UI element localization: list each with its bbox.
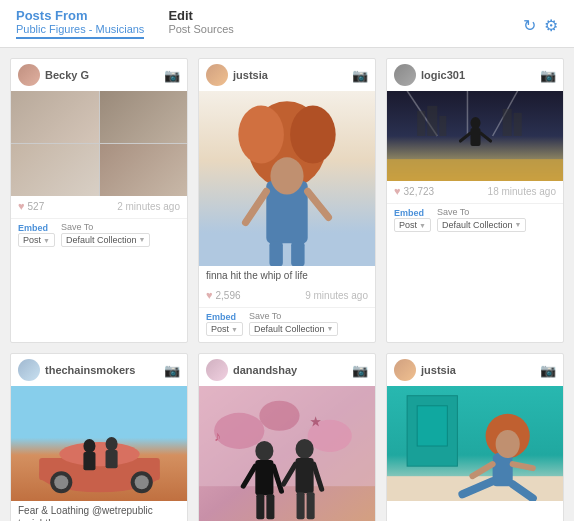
post-card: justsia 📷 <box>198 58 376 343</box>
save-label: Save To <box>61 223 150 233</box>
avatar <box>206 64 228 86</box>
heart-icon: ♥ <box>206 289 213 301</box>
username: danandshay <box>233 364 297 376</box>
avatar <box>394 64 416 86</box>
embed-group: Embed Post ▼ <box>394 208 431 232</box>
svg-rect-44 <box>255 460 273 495</box>
image-cell <box>100 91 188 143</box>
embed-button[interactable]: Embed <box>206 312 241 322</box>
svg-rect-48 <box>266 494 274 519</box>
post-image <box>387 91 563 181</box>
dropdown-arrow: ▼ <box>43 237 50 244</box>
post-card: danandshay 📷 ♪ <box>198 353 376 521</box>
avatar <box>18 64 40 86</box>
like-count: ♥ 527 <box>18 200 44 212</box>
dropdown-arrow: ▼ <box>231 326 238 333</box>
dropdown-arrow: ▼ <box>515 221 522 228</box>
post-actions: Embed Post ▼ Save To Default Collection … <box>199 307 375 342</box>
svg-rect-53 <box>297 492 305 519</box>
post-caption: Fear & Loathing @wetrepublic tonight! <box>11 501 187 521</box>
svg-point-39 <box>259 401 299 431</box>
svg-rect-8 <box>269 241 282 266</box>
embed-group: Embed Post ▼ <box>18 223 55 247</box>
dropdown-arrow: ▼ <box>419 222 426 229</box>
post-card: logic301 📷 <box>386 58 564 343</box>
embed-button[interactable]: Embed <box>394 208 429 218</box>
embed-dropdown[interactable]: Post ▼ <box>394 218 431 232</box>
post-image <box>11 386 187 501</box>
svg-point-43 <box>255 441 273 461</box>
svg-point-38 <box>214 413 264 449</box>
instagram-icon: 📷 <box>164 363 180 378</box>
post-image <box>387 386 563 501</box>
like-count: ♥ 2,596 <box>206 289 241 301</box>
posts-grid: Becky G 📷 ♥ 527 2 minutes ago Embed Post… <box>0 48 574 521</box>
post-author: danandshay <box>206 359 297 381</box>
svg-rect-22 <box>503 109 512 136</box>
posts-from-subtitle[interactable]: Public Figures - Musicians <box>16 23 144 39</box>
svg-point-31 <box>135 475 149 489</box>
instagram-icon: 📷 <box>540 68 556 83</box>
refresh-icon[interactable]: ↻ <box>523 16 536 35</box>
svg-text:♪: ♪ <box>214 428 221 444</box>
save-dropdown[interactable]: Default Collection ▼ <box>437 218 526 232</box>
svg-rect-35 <box>106 450 118 468</box>
save-label: Save To <box>249 312 338 322</box>
image-cell <box>11 144 99 196</box>
svg-rect-19 <box>417 111 425 136</box>
username: Becky G <box>45 69 89 81</box>
post-image <box>199 91 375 266</box>
username: justsia <box>233 69 268 81</box>
posts-from-title: Posts From <box>16 8 144 23</box>
svg-rect-9 <box>291 241 304 266</box>
save-group: Save To Default Collection ▼ <box>249 312 338 336</box>
header-nav: Posts From Public Figures - Musicians Ed… <box>16 8 234 39</box>
post-actions: Embed Post ▼ Save To Default Collection … <box>11 218 187 253</box>
embed-button[interactable]: Embed <box>18 223 53 233</box>
svg-point-29 <box>54 475 68 489</box>
save-dropdown[interactable]: Default Collection ▼ <box>61 233 150 247</box>
svg-rect-20 <box>427 106 437 136</box>
image-cell <box>11 91 99 143</box>
post-author: thechainsmokers <box>18 359 135 381</box>
save-group: Save To Default Collection ▼ <box>437 208 526 232</box>
image-cell <box>100 144 188 196</box>
posts-from-section: Posts From Public Figures - Musicians <box>16 8 144 39</box>
avatar <box>18 359 40 381</box>
svg-rect-21 <box>439 116 446 136</box>
svg-rect-23 <box>514 113 522 136</box>
svg-point-27 <box>59 442 139 466</box>
svg-point-49 <box>296 439 314 459</box>
embed-dropdown[interactable]: Post ▼ <box>206 322 243 336</box>
svg-rect-50 <box>296 458 314 493</box>
svg-point-64 <box>496 430 520 458</box>
save-dropdown[interactable]: Default Collection ▼ <box>249 322 338 336</box>
instagram-icon: 📷 <box>352 68 368 83</box>
save-group: Save To Default Collection ▼ <box>61 223 150 247</box>
settings-icon[interactable]: ⚙ <box>544 16 558 35</box>
heart-icon: ♥ <box>18 200 25 212</box>
post-card: Becky G 📷 ♥ 527 2 minutes ago Embed Post… <box>10 58 188 343</box>
post-card: justsia 📷 <box>386 353 564 521</box>
post-footer: ♥ 32,723 18 minutes ago <box>387 181 563 201</box>
embed-dropdown[interactable]: Post ▼ <box>18 233 55 247</box>
dropdown-arrow: ▼ <box>327 325 334 332</box>
post-card: thechainsmokers 📷 <box>10 353 188 521</box>
time-ago: 2 minutes ago <box>117 201 180 212</box>
post-actions: Embed Post ▼ Save To Default Collection … <box>387 203 563 238</box>
dropdown-arrow: ▼ <box>139 236 146 243</box>
svg-point-34 <box>106 437 118 451</box>
heart-icon: ♥ <box>394 185 401 197</box>
post-author: justsia <box>394 359 456 381</box>
username: logic301 <box>421 69 465 81</box>
save-label: Save To <box>437 208 526 218</box>
svg-rect-54 <box>307 492 315 519</box>
edit-section: Edit Post Sources <box>168 8 233 39</box>
time-ago: 18 minutes ago <box>488 186 556 197</box>
post-header: logic301 📷 <box>387 59 563 91</box>
post-sources-subtitle[interactable]: Post Sources <box>168 23 233 35</box>
svg-rect-18 <box>387 159 563 181</box>
edit-title: Edit <box>168 8 233 23</box>
svg-point-7 <box>270 157 303 194</box>
svg-point-32 <box>83 439 95 453</box>
